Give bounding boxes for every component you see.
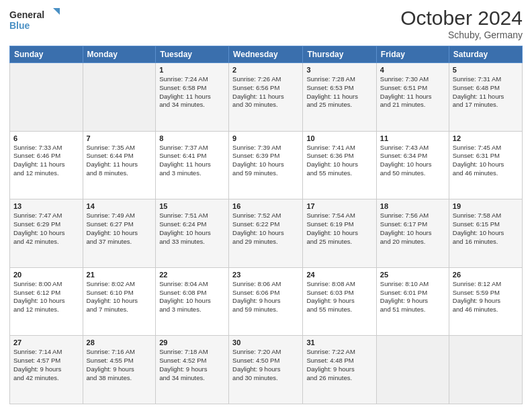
- day-info: Sunrise: 7:26 AM Sunset: 6:56 PM Dayligh…: [232, 75, 299, 109]
- day-cell: 14Sunrise: 7:49 AM Sunset: 6:27 PM Dayli…: [83, 199, 156, 268]
- day-info: Sunrise: 8:06 AM Sunset: 6:06 PM Dayligh…: [232, 280, 299, 314]
- day-number: 30: [232, 338, 299, 347]
- week-row-5: 27Sunrise: 7:14 AM Sunset: 4:57 PM Dayli…: [10, 336, 523, 404]
- day-info: Sunrise: 8:08 AM Sunset: 6:03 PM Dayligh…: [306, 280, 372, 314]
- day-number: 16: [232, 202, 299, 210]
- col-saturday: Saturday: [449, 46, 522, 63]
- day-info: Sunrise: 7:24 AM Sunset: 6:58 PM Dayligh…: [159, 75, 225, 109]
- day-number: 4: [380, 66, 445, 74]
- day-info: Sunrise: 8:12 AM Sunset: 5:59 PM Dayligh…: [453, 280, 519, 314]
- day-cell: 29Sunrise: 7:18 AM Sunset: 4:52 PM Dayli…: [156, 336, 229, 404]
- day-cell: [449, 336, 522, 404]
- day-info: Sunrise: 7:58 AM Sunset: 6:15 PM Dayligh…: [453, 212, 519, 246]
- svg-marker-2: [53, 8, 60, 15]
- day-info: Sunrise: 7:35 AM Sunset: 6:44 PM Dayligh…: [87, 144, 152, 178]
- day-number: 7: [87, 134, 152, 142]
- day-number: 26: [453, 271, 519, 279]
- day-cell: 27Sunrise: 7:14 AM Sunset: 4:57 PM Dayli…: [10, 336, 83, 404]
- day-cell: 5Sunrise: 7:31 AM Sunset: 6:48 PM Daylig…: [449, 63, 522, 132]
- day-info: Sunrise: 7:28 AM Sunset: 6:53 PM Dayligh…: [306, 75, 372, 109]
- day-info: Sunrise: 7:37 AM Sunset: 6:41 PM Dayligh…: [159, 144, 225, 178]
- day-number: 28: [87, 338, 152, 347]
- day-cell: 13Sunrise: 7:47 AM Sunset: 6:29 PM Dayli…: [10, 199, 83, 268]
- day-cell: 1Sunrise: 7:24 AM Sunset: 6:58 PM Daylig…: [156, 63, 229, 132]
- day-number: 22: [159, 271, 225, 279]
- day-info: Sunrise: 7:56 AM Sunset: 6:17 PM Dayligh…: [380, 212, 445, 246]
- day-cell: [376, 336, 449, 404]
- week-row-1: 1Sunrise: 7:24 AM Sunset: 6:58 PM Daylig…: [10, 63, 523, 132]
- day-number: 8: [159, 134, 225, 142]
- day-number: 14: [87, 202, 152, 210]
- day-number: 2: [232, 66, 299, 74]
- calendar-table: Sunday Monday Tuesday Wednesday Thursday…: [9, 46, 523, 404]
- day-cell: 20Sunrise: 8:00 AM Sunset: 6:12 PM Dayli…: [10, 267, 83, 336]
- day-cell: 8Sunrise: 7:37 AM Sunset: 6:41 PM Daylig…: [156, 131, 229, 199]
- day-number: 1: [159, 66, 225, 74]
- location: Schuby, Germany: [400, 30, 523, 40]
- col-tuesday: Tuesday: [156, 46, 229, 63]
- day-cell: 18Sunrise: 7:56 AM Sunset: 6:17 PM Dayli…: [376, 199, 449, 268]
- day-cell: 31Sunrise: 7:22 AM Sunset: 4:48 PM Dayli…: [303, 336, 376, 404]
- day-info: Sunrise: 7:20 AM Sunset: 4:50 PM Dayligh…: [232, 348, 299, 382]
- col-monday: Monday: [83, 46, 156, 63]
- day-info: Sunrise: 7:51 AM Sunset: 6:24 PM Dayligh…: [159, 212, 225, 246]
- day-number: 15: [159, 202, 225, 210]
- day-info: Sunrise: 7:47 AM Sunset: 6:29 PM Dayligh…: [13, 212, 79, 246]
- day-info: Sunrise: 8:10 AM Sunset: 6:01 PM Dayligh…: [380, 280, 445, 314]
- day-number: 31: [306, 338, 372, 347]
- day-cell: 22Sunrise: 8:04 AM Sunset: 6:08 PM Dayli…: [156, 267, 229, 336]
- day-info: Sunrise: 7:45 AM Sunset: 6:31 PM Dayligh…: [453, 144, 519, 178]
- day-number: 21: [87, 271, 152, 279]
- day-cell: 17Sunrise: 7:54 AM Sunset: 6:19 PM Dayli…: [303, 199, 376, 268]
- day-info: Sunrise: 7:43 AM Sunset: 6:34 PM Dayligh…: [380, 144, 445, 178]
- day-cell: 26Sunrise: 8:12 AM Sunset: 5:59 PM Dayli…: [449, 267, 522, 336]
- day-cell: 4Sunrise: 7:30 AM Sunset: 6:51 PM Daylig…: [376, 63, 449, 132]
- day-info: Sunrise: 8:00 AM Sunset: 6:12 PM Dayligh…: [13, 280, 79, 314]
- col-wednesday: Wednesday: [229, 46, 303, 63]
- day-info: Sunrise: 7:16 AM Sunset: 4:55 PM Dayligh…: [87, 348, 152, 382]
- day-number: 11: [380, 134, 445, 142]
- day-cell: 24Sunrise: 8:08 AM Sunset: 6:03 PM Dayli…: [303, 267, 376, 336]
- col-friday: Friday: [376, 46, 449, 63]
- logo: General Blue: [9, 7, 63, 34]
- day-cell: [10, 63, 83, 132]
- day-cell: 2Sunrise: 7:26 AM Sunset: 6:56 PM Daylig…: [229, 63, 303, 132]
- day-cell: 9Sunrise: 7:39 AM Sunset: 6:39 PM Daylig…: [229, 131, 303, 199]
- day-cell: 16Sunrise: 7:52 AM Sunset: 6:22 PM Dayli…: [229, 199, 303, 268]
- svg-text:General: General: [9, 9, 44, 20]
- day-info: Sunrise: 7:14 AM Sunset: 4:57 PM Dayligh…: [13, 348, 79, 382]
- day-number: 10: [306, 134, 372, 142]
- day-info: Sunrise: 7:41 AM Sunset: 6:36 PM Dayligh…: [306, 144, 372, 178]
- day-number: 9: [232, 134, 299, 142]
- day-info: Sunrise: 8:02 AM Sunset: 6:10 PM Dayligh…: [87, 280, 152, 314]
- day-number: 19: [453, 202, 519, 210]
- page: General Blue October 2024 Schuby, German…: [0, 0, 532, 411]
- day-number: 20: [13, 271, 79, 279]
- day-number: 12: [453, 134, 519, 142]
- day-number: 23: [232, 271, 299, 279]
- day-number: 13: [13, 202, 79, 210]
- day-number: 18: [380, 202, 445, 210]
- day-info: Sunrise: 7:33 AM Sunset: 6:46 PM Dayligh…: [13, 144, 79, 178]
- day-number: 3: [306, 66, 372, 74]
- day-cell: 12Sunrise: 7:45 AM Sunset: 6:31 PM Dayli…: [449, 131, 522, 199]
- day-info: Sunrise: 7:31 AM Sunset: 6:48 PM Dayligh…: [453, 75, 519, 109]
- day-cell: 25Sunrise: 8:10 AM Sunset: 6:01 PM Dayli…: [376, 267, 449, 336]
- day-info: Sunrise: 7:52 AM Sunset: 6:22 PM Dayligh…: [232, 212, 299, 246]
- day-number: 24: [306, 271, 372, 279]
- day-info: Sunrise: 7:39 AM Sunset: 6:39 PM Dayligh…: [232, 144, 299, 178]
- header: General Blue October 2024 Schuby, German…: [9, 7, 523, 40]
- week-row-2: 6Sunrise: 7:33 AM Sunset: 6:46 PM Daylig…: [10, 131, 523, 199]
- day-cell: 11Sunrise: 7:43 AM Sunset: 6:34 PM Dayli…: [376, 131, 449, 199]
- day-number: 27: [13, 338, 79, 347]
- day-info: Sunrise: 7:18 AM Sunset: 4:52 PM Dayligh…: [159, 348, 225, 382]
- day-cell: 19Sunrise: 7:58 AM Sunset: 6:15 PM Dayli…: [449, 199, 522, 268]
- day-cell: 7Sunrise: 7:35 AM Sunset: 6:44 PM Daylig…: [83, 131, 156, 199]
- day-number: 5: [453, 66, 519, 74]
- day-info: Sunrise: 7:30 AM Sunset: 6:51 PM Dayligh…: [380, 75, 445, 109]
- svg-text:Blue: Blue: [9, 20, 30, 31]
- col-thursday: Thursday: [303, 46, 376, 63]
- day-number: 6: [13, 134, 79, 142]
- day-cell: 21Sunrise: 8:02 AM Sunset: 6:10 PM Dayli…: [83, 267, 156, 336]
- day-number: 29: [159, 338, 225, 347]
